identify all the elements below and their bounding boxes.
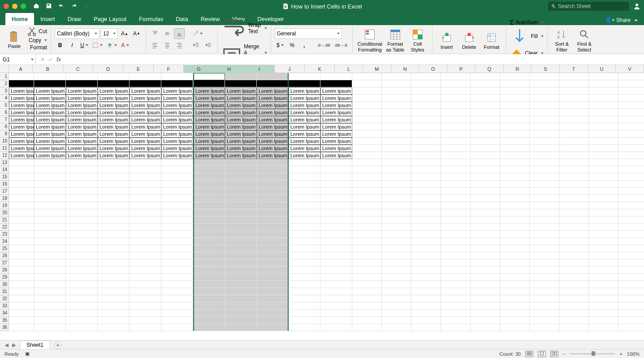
- svg-rect-18: [443, 35, 451, 41]
- cells-group: Insert Delete Format: [432, 26, 506, 52]
- decrease-decimal-button[interactable]: .00→.0: [333, 40, 349, 51]
- wrap-merge-group: Wrap Text Merge & Center: [218, 26, 271, 52]
- svg-rect-2: [12, 31, 15, 33]
- name-box[interactable]: G1: [0, 54, 36, 65]
- increase-font-button[interactable]: A▲: [119, 28, 130, 39]
- format-as-table-button[interactable]: Formatas Table: [385, 27, 406, 53]
- close-window-button[interactable]: [4, 4, 9, 9]
- tab-page-layout[interactable]: Page Layout: [87, 13, 133, 25]
- collapse-ribbon-icon[interactable]: [633, 17, 639, 23]
- cut-button[interactable]: Cut: [27, 26, 47, 36]
- borders-button[interactable]: [91, 40, 104, 51]
- svg-point-0: [635, 4, 638, 6]
- bold-button[interactable]: B: [55, 40, 65, 51]
- paste-button[interactable]: Paste: [4, 26, 25, 52]
- clipboard-group: Paste Cut Copy Format: [0, 26, 51, 52]
- quick-access-toolbar: [33, 3, 87, 10]
- tab-data[interactable]: Data: [169, 13, 194, 25]
- svg-rect-19: [445, 33, 448, 36]
- minimize-window-button[interactable]: [12, 4, 17, 9]
- fill-color-button[interactable]: [105, 40, 118, 51]
- undo-icon[interactable]: [58, 3, 65, 10]
- find-select-button[interactable]: Find &Select: [574, 27, 595, 53]
- share-button[interactable]: 👤+ Share: [605, 17, 631, 23]
- font-size-select[interactable]: 12: [101, 28, 118, 39]
- enter-formula-icon[interactable]: ✓: [48, 56, 53, 63]
- decrease-font-button[interactable]: A▼: [131, 28, 142, 39]
- sort-find-group: AZSort &Filter Find &Select: [548, 26, 599, 52]
- svg-rect-22: [488, 34, 496, 42]
- autosum-button[interactable]: ΣAutoSum: [510, 19, 544, 26]
- align-left-button[interactable]: [150, 40, 160, 51]
- number-format-select[interactable]: General: [275, 28, 342, 39]
- align-right-button[interactable]: [174, 40, 185, 51]
- ribbon-tabs: Home Insert Draw Page Layout Formulas Da…: [0, 13, 644, 25]
- format-painter-button[interactable]: Format: [27, 44, 47, 51]
- align-middle-button[interactable]: [162, 28, 173, 39]
- decrease-indent-button[interactable]: [191, 40, 202, 51]
- editing-group: ΣAutoSum Fill Clear: [506, 26, 548, 52]
- redo-icon[interactable]: [71, 3, 77, 10]
- fx-icon[interactable]: fx: [56, 56, 64, 63]
- svg-rect-20: [465, 35, 473, 41]
- number-group: General $ % , .0→.00 .00→.0: [271, 26, 353, 52]
- sort-filter-button[interactable]: AZSort &Filter: [551, 27, 573, 53]
- search-sheet-input[interactable]: Search Sheet: [548, 2, 629, 11]
- user-icon[interactable]: [633, 3, 640, 10]
- svg-text:Z: Z: [557, 35, 560, 39]
- italic-button[interactable]: I: [67, 40, 78, 51]
- document-title: How to Insert Cells in Excel: [282, 3, 362, 10]
- wrap-text-button[interactable]: Wrap Text: [221, 16, 267, 40]
- svg-rect-21: [467, 33, 471, 36]
- increase-indent-button[interactable]: [203, 40, 214, 51]
- font-group: Calibri (Body) 12 A▲ A▼ B I U A: [51, 26, 146, 52]
- fill-button[interactable]: Fill: [510, 27, 544, 46]
- maximize-window-button[interactable]: [21, 4, 26, 9]
- comma-button[interactable]: ,: [299, 40, 310, 51]
- format-button[interactable]: Format: [481, 27, 502, 53]
- orientation-button[interactable]: [191, 28, 204, 39]
- formula-bar: G1 ✕ ✓ fx: [0, 54, 644, 65]
- svg-rect-1: [10, 32, 17, 41]
- tab-formulas[interactable]: Formulas: [133, 13, 169, 25]
- font-color-button[interactable]: A: [120, 40, 130, 51]
- insert-button[interactable]: Insert: [436, 27, 458, 53]
- window-controls: [4, 4, 26, 9]
- delete-button[interactable]: Delete: [458, 27, 480, 53]
- search-icon: [551, 4, 556, 9]
- percent-button[interactable]: %: [287, 40, 298, 51]
- excel-file-icon: [282, 3, 288, 9]
- conditional-formatting-button[interactable]: ConditionalFormatting: [356, 27, 384, 53]
- svg-point-26: [580, 30, 586, 36]
- home-icon[interactable]: [33, 3, 39, 10]
- svg-rect-14: [390, 30, 400, 32]
- tab-insert[interactable]: Insert: [34, 13, 61, 25]
- alignment-group: [146, 26, 218, 52]
- svg-rect-7: [93, 43, 98, 48]
- tab-home[interactable]: Home: [5, 13, 34, 25]
- align-top-button[interactable]: [150, 28, 160, 39]
- title-bar: How to Insert Cells in Excel Search Shee…: [0, 0, 644, 13]
- increase-decimal-button[interactable]: .0→.00: [316, 40, 332, 51]
- ribbon: Paste Cut Copy Format Calibri (Body) 12 …: [0, 25, 644, 54]
- font-name-select[interactable]: Calibri (Body): [55, 28, 99, 39]
- svg-rect-11: [366, 30, 369, 32]
- qat-dropdown[interactable]: [85, 5, 87, 7]
- align-center-button[interactable]: [162, 40, 173, 51]
- underline-button[interactable]: U: [79, 40, 90, 51]
- align-bottom-button[interactable]: [174, 28, 185, 39]
- svg-text:A: A: [557, 30, 560, 35]
- svg-rect-12: [366, 33, 369, 35]
- svg-rect-17: [418, 35, 423, 39]
- copy-button[interactable]: Copy: [27, 37, 47, 43]
- save-icon[interactable]: [46, 3, 52, 10]
- cell-styles-button[interactable]: CellStyles: [407, 27, 428, 53]
- formula-input[interactable]: [68, 54, 644, 65]
- currency-button[interactable]: $: [275, 40, 285, 51]
- cancel-formula-icon[interactable]: ✕: [40, 56, 45, 63]
- styles-group: ConditionalFormatting Formatas Table Cel…: [353, 26, 432, 52]
- tab-draw[interactable]: Draw: [61, 13, 87, 25]
- svg-rect-8: [108, 47, 112, 48]
- svg-rect-16: [413, 30, 418, 35]
